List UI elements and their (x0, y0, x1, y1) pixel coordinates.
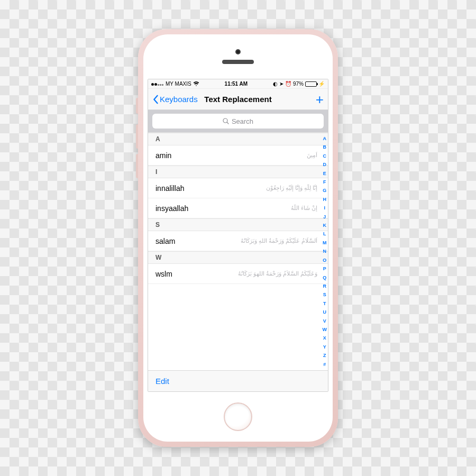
do-not-disturb-icon: ◐ (273, 81, 278, 87)
phone-top-hardware (143, 34, 333, 79)
index-letter[interactable]: S (323, 292, 327, 297)
index-letter[interactable]: N (323, 249, 327, 254)
phrase-text: اَمِينَ (307, 152, 317, 159)
phrase-text: وَعَلَيْكُمُ السَّلاَمُ وَرَحْمَةُ اللهِ… (238, 270, 317, 277)
index-letter[interactable]: Z (323, 353, 327, 358)
volume-down-button[interactable] (136, 154, 138, 178)
signal-strength-icon (151, 81, 164, 87)
svg-line-1 (227, 122, 228, 124)
replacement-list[interactable]: AaminاَمِينَIinnalillahإِنَّا لِلَّٰهِ و… (148, 132, 328, 370)
phrase-text: إِنْ شَاءَ اللَّهُ (291, 205, 317, 212)
index-letter[interactable]: F (323, 179, 327, 185)
index-letter[interactable]: U (323, 309, 327, 315)
section-header: W (148, 251, 328, 264)
index-letter[interactable]: I (323, 205, 327, 210)
index-letter[interactable]: D (323, 162, 327, 167)
shortcut-text: amin (155, 151, 171, 160)
back-button[interactable]: Keyboards (152, 95, 198, 104)
battery-icon (305, 81, 317, 87)
location-icon: ➤ (279, 81, 283, 87)
index-letter[interactable]: Y (323, 344, 327, 350)
phone-frame: MY MAXIS 11:51 AM ◐ ➤ ⏰ 97% ⚡ Keyboards (138, 29, 338, 447)
index-letter[interactable]: Q (323, 275, 327, 280)
index-letter[interactable]: O (323, 258, 327, 263)
section-header: S (148, 218, 328, 231)
bottom-toolbar: Edit (148, 370, 328, 391)
shortcut-text: innalillah (155, 184, 184, 193)
index-letter[interactable]: H (323, 197, 327, 202)
search-icon (223, 118, 229, 124)
phone-body: MY MAXIS 11:51 AM ◐ ➤ ⏰ 97% ⚡ Keyboards (143, 34, 333, 442)
carrier-label: MY MAXIS (166, 81, 191, 87)
status-right: ◐ ➤ ⏰ 97% ⚡ (273, 81, 325, 87)
section-index[interactable]: ABCDEFGHIJKLMNOPQRSTUVWXYZ# (323, 135, 327, 368)
list-item[interactable]: aminاَمِينَ (148, 145, 328, 166)
list-item[interactable]: salamاَلسَّلَامُ عَلَيْكُمْ وَرَحْمَةُ ا… (148, 231, 328, 251)
index-letter[interactable]: K (323, 223, 327, 228)
search-placeholder: Search (232, 117, 253, 125)
navigation-bar: Keyboards Text Replacement + (148, 89, 328, 110)
search-input[interactable]: Search (152, 114, 324, 129)
front-camera (235, 49, 241, 54)
section-header: I (148, 166, 328, 178)
index-letter[interactable]: C (323, 153, 327, 159)
index-letter[interactable]: L (323, 231, 327, 236)
earpiece-speaker (222, 60, 254, 64)
list-item[interactable]: wslmوَعَلَيْكُمُ السَّلاَمُ وَرَحْمَةُ ا… (148, 264, 328, 284)
index-letter[interactable]: M (323, 240, 327, 245)
index-letter[interactable]: J (323, 214, 327, 219)
screen: MY MAXIS 11:51 AM ◐ ➤ ⏰ 97% ⚡ Keyboards (148, 79, 328, 392)
list-item[interactable]: insyaallahإِنْ شَاءَ اللَّهُ (148, 198, 328, 218)
edit-button[interactable]: Edit (155, 377, 169, 386)
clock-label: 11:51 AM (225, 81, 248, 87)
back-label: Keyboards (160, 95, 198, 104)
alarm-icon: ⏰ (285, 81, 291, 87)
home-button-area (143, 392, 333, 442)
search-bar-container: Search (148, 110, 328, 132)
index-letter[interactable]: E (323, 171, 327, 176)
index-letter[interactable]: V (323, 318, 327, 324)
shortcut-text: salam (155, 237, 175, 245)
index-letter[interactable]: G (323, 188, 327, 193)
volume-up-button[interactable] (136, 124, 138, 149)
wifi-icon (193, 81, 199, 87)
status-bar: MY MAXIS 11:51 AM ◐ ➤ ⏰ 97% ⚡ (148, 79, 328, 89)
home-button[interactable] (224, 402, 252, 431)
index-letter[interactable]: R (323, 283, 327, 289)
list-item[interactable]: innalillahإِنَّا لِلَّٰهِ وَإِنَّا إِلَي… (148, 178, 328, 198)
section-header: A (148, 133, 328, 145)
index-letter[interactable]: A (323, 136, 327, 141)
index-letter[interactable]: T (323, 301, 327, 306)
charging-icon: ⚡ (318, 81, 325, 87)
index-letter[interactable]: W (323, 327, 327, 332)
add-button[interactable]: + (316, 94, 324, 105)
phrase-text: إِنَّا لِلَّٰهِ وَإِنَّا إِلَيْهِ رَاجِع… (266, 185, 317, 191)
chevron-left-icon (152, 95, 159, 104)
battery-percent-label: 97% (293, 81, 304, 87)
mute-switch[interactable] (136, 98, 138, 114)
phrase-text: اَلسَّلَامُ عَلَيْكُمْ وَرَحْمَةُ اللهِ … (241, 237, 317, 244)
index-letter[interactable]: # (323, 362, 327, 367)
shortcut-text: insyaallah (155, 204, 188, 213)
index-letter[interactable]: P (323, 266, 327, 271)
status-left: MY MAXIS (151, 81, 199, 87)
index-letter[interactable]: X (323, 335, 327, 341)
shortcut-text: wslm (155, 270, 172, 278)
index-letter[interactable]: B (323, 144, 327, 150)
